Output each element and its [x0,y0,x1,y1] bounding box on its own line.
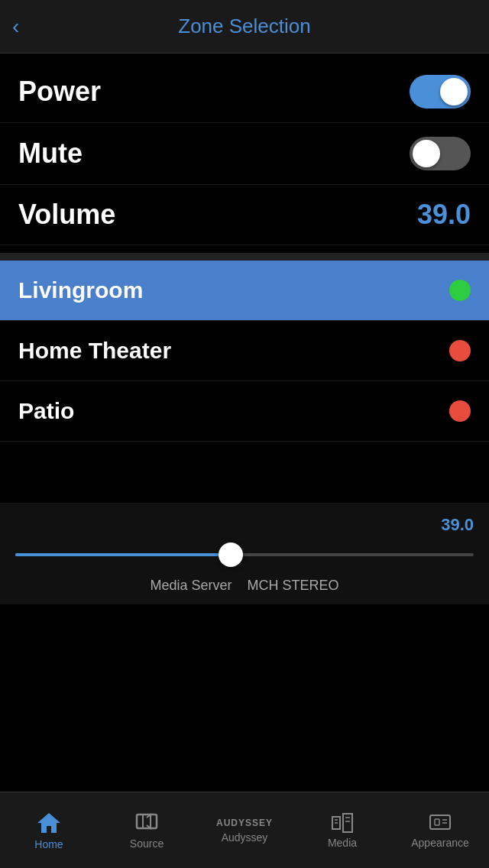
volume-bar-value: 39.0 [15,515,474,535]
mute-label: Mute [18,138,83,170]
volume-row: Volume 39.0 [0,185,489,245]
page-title: Zone Selection [178,15,310,38]
mute-toggle-knob [413,140,440,167]
slider-fill [15,553,231,556]
tab-media[interactable]: Media [293,792,391,868]
tab-audyssey-label: Audyssey [222,831,268,844]
svg-marker-0 [37,813,60,833]
volume-value: 39.0 [417,199,471,231]
tab-bar: Home Source AUDYSSEY Audyssey Media [0,792,489,868]
zone-status-livingroom [449,280,471,301]
volume-label: Volume [18,199,115,231]
tab-appearance-label: Appearance [411,837,469,849]
svg-marker-3 [343,814,352,832]
section-divider [0,253,489,261]
slider-thumb[interactable] [219,542,243,567]
media-mode: MCH STEREO [248,578,339,593]
back-button[interactable]: ‹ [12,15,19,39]
tab-appearance[interactable]: Appearance [391,792,489,868]
media-source: Media Server [150,578,232,593]
tab-media-label: Media [328,837,357,849]
appearance-icon [429,812,452,834]
zone-row-livingroom[interactable]: Livingroom [0,261,489,321]
slider-track [15,553,474,556]
header: ‹ Zone Selection [0,0,489,53]
tab-home-label: Home [34,838,63,850]
tab-audyssey[interactable]: AUDYSSEY Audyssey [196,792,293,868]
power-row: Power [0,61,489,123]
zone-row-home-theater[interactable]: Home Theater [0,321,489,381]
zone-name-livingroom: Livingroom [18,277,143,303]
zone-status-home-theater [449,340,471,361]
svg-rect-8 [430,815,450,829]
volume-bar-section: 39.0 Media Server MCH STEREO [0,503,489,604]
controls-section: Power Mute Volume 39.0 [0,53,489,253]
power-label: Power [18,76,101,108]
zone-name-home-theater: Home Theater [18,338,171,364]
tab-home[interactable]: Home [0,792,98,868]
mute-row: Mute [0,123,489,185]
source-icon [135,811,158,834]
tab-source-label: Source [130,837,164,850]
zone-name-patio: Patio [18,398,74,424]
svg-rect-1 [137,815,157,828]
tab-source[interactable]: Source [98,792,196,868]
volume-slider[interactable] [15,539,474,570]
zone-list: Livingroom Home Theater Patio [0,261,489,442]
mute-toggle[interactable] [410,137,471,170]
media-icon [331,812,354,834]
zone-row-patio[interactable]: Patio [0,381,489,442]
media-info: Media Server MCH STEREO [15,570,474,597]
power-toggle-knob [440,78,468,105]
audyssey-icon: AUDYSSEY [216,818,273,828]
zone-status-patio [449,400,471,422]
home-icon [37,811,61,835]
power-toggle[interactable] [410,75,471,108]
svg-rect-9 [435,819,439,825]
